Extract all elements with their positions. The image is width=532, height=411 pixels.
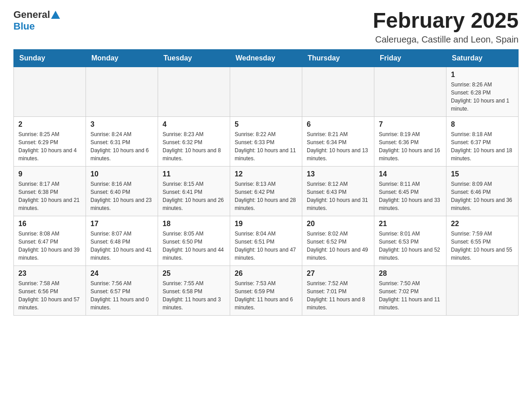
calendar-cell: 3Sunrise: 8:24 AMSunset: 6:31 PMDaylight… — [86, 116, 158, 166]
day-number: 19 — [235, 220, 297, 228]
day-number: 21 — [379, 220, 442, 228]
day-number: 6 — [307, 120, 369, 128]
day-info: Sunrise: 8:16 AMSunset: 6:40 PMDaylight:… — [90, 180, 153, 212]
calendar-cell — [230, 67, 302, 116]
day-number: 20 — [307, 220, 369, 228]
calendar-title: February 2025 — [373, 9, 519, 33]
day-number: 7 — [379, 120, 442, 128]
calendar-cell: 18Sunrise: 8:05 AMSunset: 6:50 PMDayligh… — [158, 216, 230, 265]
calendar-cell: 24Sunrise: 7:56 AMSunset: 6:57 PMDayligh… — [86, 265, 158, 315]
weekday-header-wednesday: Wednesday — [230, 49, 302, 67]
calendar-cell: 11Sunrise: 8:15 AMSunset: 6:41 PMDayligh… — [158, 166, 230, 216]
day-info: Sunrise: 8:17 AMSunset: 6:38 PMDaylight:… — [18, 180, 81, 212]
calendar-subtitle: Caleruega, Castille and Leon, Spain — [373, 34, 519, 45]
calendar-cell: 21Sunrise: 8:01 AMSunset: 6:53 PMDayligh… — [374, 216, 446, 265]
day-info: Sunrise: 7:58 AMSunset: 6:56 PMDaylight:… — [18, 279, 81, 312]
calendar-cell: 2Sunrise: 8:25 AMSunset: 6:29 PMDaylight… — [14, 116, 86, 166]
weekday-header-monday: Monday — [86, 49, 158, 67]
week-row-4: 16Sunrise: 8:08 AMSunset: 6:47 PMDayligh… — [14, 216, 519, 265]
day-info: Sunrise: 7:53 AMSunset: 6:59 PMDaylight:… — [235, 279, 297, 312]
day-info: Sunrise: 8:21 AMSunset: 6:34 PMDaylight:… — [307, 130, 369, 163]
day-info: Sunrise: 8:07 AMSunset: 6:48 PMDaylight:… — [90, 230, 153, 262]
day-number: 2 — [18, 120, 81, 128]
page-header: General Blue February 2025 Caleruega, Ca… — [13, 9, 519, 45]
calendar-cell — [158, 67, 230, 116]
day-info: Sunrise: 8:26 AMSunset: 6:28 PMDaylight:… — [451, 81, 514, 113]
calendar-cell: 9Sunrise: 8:17 AMSunset: 6:38 PMDaylight… — [14, 166, 86, 216]
day-number: 12 — [235, 170, 297, 178]
weekday-header-row: SundayMondayTuesdayWednesdayThursdayFrid… — [14, 49, 519, 67]
day-info: Sunrise: 8:24 AMSunset: 6:31 PMDaylight:… — [90, 130, 153, 163]
day-number: 16 — [18, 220, 81, 228]
weekday-header-friday: Friday — [374, 49, 446, 67]
day-info: Sunrise: 7:50 AMSunset: 7:02 PMDaylight:… — [379, 279, 442, 312]
day-info: Sunrise: 8:23 AMSunset: 6:32 PMDaylight:… — [163, 130, 225, 163]
calendar-cell — [374, 67, 446, 116]
day-info: Sunrise: 8:02 AMSunset: 6:52 PMDaylight:… — [307, 230, 369, 262]
day-info: Sunrise: 7:56 AMSunset: 6:57 PMDaylight:… — [90, 279, 153, 312]
week-row-2: 2Sunrise: 8:25 AMSunset: 6:29 PMDaylight… — [14, 116, 519, 166]
title-block: February 2025 Caleruega, Castille and Le… — [373, 9, 519, 45]
weekday-header-saturday: Saturday — [446, 49, 519, 67]
svg-marker-0 — [51, 11, 60, 19]
calendar-cell: 16Sunrise: 8:08 AMSunset: 6:47 PMDayligh… — [14, 216, 86, 265]
week-row-5: 23Sunrise: 7:58 AMSunset: 6:56 PMDayligh… — [14, 265, 519, 315]
day-info: Sunrise: 8:25 AMSunset: 6:29 PMDaylight:… — [18, 130, 81, 163]
day-info: Sunrise: 8:19 AMSunset: 6:36 PMDaylight:… — [379, 130, 442, 163]
weekday-header-thursday: Thursday — [302, 49, 374, 67]
calendar-cell: 12Sunrise: 8:13 AMSunset: 6:42 PMDayligh… — [230, 166, 302, 216]
day-info: Sunrise: 8:05 AMSunset: 6:50 PMDaylight:… — [163, 230, 225, 262]
day-number: 18 — [163, 220, 225, 228]
day-info: Sunrise: 8:01 AMSunset: 6:53 PMDaylight:… — [379, 230, 442, 262]
weekday-header-sunday: Sunday — [14, 49, 86, 67]
day-info: Sunrise: 7:59 AMSunset: 6:55 PMDaylight:… — [451, 230, 514, 262]
week-row-3: 9Sunrise: 8:17 AMSunset: 6:38 PMDaylight… — [14, 166, 519, 216]
day-number: 22 — [451, 220, 514, 228]
day-number: 13 — [307, 170, 369, 178]
day-info: Sunrise: 8:11 AMSunset: 6:45 PMDaylight:… — [379, 180, 442, 212]
day-info: Sunrise: 8:13 AMSunset: 6:42 PMDaylight:… — [235, 180, 297, 212]
day-number: 23 — [18, 270, 81, 278]
day-number: 14 — [379, 170, 442, 178]
day-number: 9 — [18, 170, 81, 178]
day-number: 28 — [379, 270, 442, 278]
calendar-table: SundayMondayTuesdayWednesdayThursdayFrid… — [13, 49, 519, 316]
calendar-cell: 1Sunrise: 8:26 AMSunset: 6:28 PMDaylight… — [446, 67, 519, 116]
day-number: 10 — [90, 170, 153, 178]
day-number: 3 — [90, 120, 153, 128]
logo-general: General — [13, 9, 50, 21]
calendar-cell: 20Sunrise: 8:02 AMSunset: 6:52 PMDayligh… — [302, 216, 374, 265]
day-number: 11 — [163, 170, 225, 178]
logo-blue: Blue — [13, 21, 35, 32]
day-info: Sunrise: 7:55 AMSunset: 6:58 PMDaylight:… — [163, 279, 225, 312]
day-number: 15 — [451, 170, 514, 178]
calendar-cell: 22Sunrise: 7:59 AMSunset: 6:55 PMDayligh… — [446, 216, 519, 265]
day-info: Sunrise: 8:22 AMSunset: 6:33 PMDaylight:… — [235, 130, 297, 163]
calendar-cell: 17Sunrise: 8:07 AMSunset: 6:48 PMDayligh… — [86, 216, 158, 265]
calendar-cell — [302, 67, 374, 116]
calendar-cell: 13Sunrise: 8:12 AMSunset: 6:43 PMDayligh… — [302, 166, 374, 216]
day-info: Sunrise: 8:08 AMSunset: 6:47 PMDaylight:… — [18, 230, 81, 262]
calendar-cell: 26Sunrise: 7:53 AMSunset: 6:59 PMDayligh… — [230, 265, 302, 315]
day-number: 25 — [163, 270, 225, 278]
logo: General Blue — [13, 9, 61, 32]
logo-triangle-icon — [51, 10, 60, 20]
day-number: 5 — [235, 120, 297, 128]
calendar-cell: 14Sunrise: 8:11 AMSunset: 6:45 PMDayligh… — [374, 166, 446, 216]
day-number: 26 — [235, 270, 297, 278]
day-number: 4 — [163, 120, 225, 128]
day-number: 27 — [307, 270, 369, 278]
calendar-cell — [14, 67, 86, 116]
calendar-cell: 6Sunrise: 8:21 AMSunset: 6:34 PMDaylight… — [302, 116, 374, 166]
day-number: 1 — [451, 71, 514, 79]
day-number: 8 — [451, 120, 514, 128]
day-number: 17 — [90, 220, 153, 228]
calendar-cell: 28Sunrise: 7:50 AMSunset: 7:02 PMDayligh… — [374, 265, 446, 315]
calendar-cell: 10Sunrise: 8:16 AMSunset: 6:40 PMDayligh… — [86, 166, 158, 216]
day-info: Sunrise: 8:09 AMSunset: 6:46 PMDaylight:… — [451, 180, 514, 212]
day-info: Sunrise: 8:15 AMSunset: 6:41 PMDaylight:… — [163, 180, 225, 212]
calendar-cell: 19Sunrise: 8:04 AMSunset: 6:51 PMDayligh… — [230, 216, 302, 265]
day-info: Sunrise: 8:18 AMSunset: 6:37 PMDaylight:… — [451, 130, 514, 163]
calendar-cell: 27Sunrise: 7:52 AMSunset: 7:01 PMDayligh… — [302, 265, 374, 315]
calendar-cell: 5Sunrise: 8:22 AMSunset: 6:33 PMDaylight… — [230, 116, 302, 166]
